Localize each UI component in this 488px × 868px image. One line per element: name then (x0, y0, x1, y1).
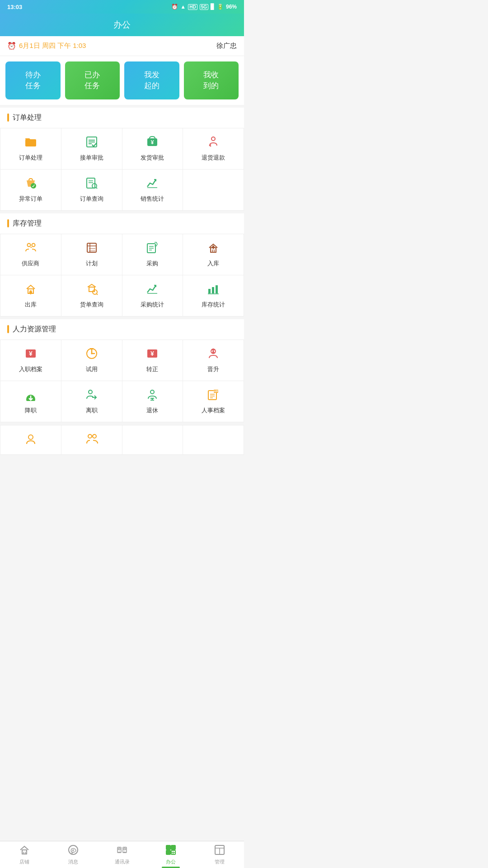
svg-text:✓: ✓ (32, 184, 35, 189)
regularization-icon: ¥ (146, 347, 159, 362)
order-empty (183, 170, 244, 211)
date-info: ⏰ 6月1日 周四 下午 1:03 (7, 42, 86, 50)
order-processing[interactable]: 订单处理 (0, 128, 61, 170)
plan-label: 计划 (86, 259, 98, 268)
plan[interactable]: 计划 (61, 234, 122, 275)
svg-rect-46 (90, 348, 94, 349)
signal-icon: ▊ (211, 4, 215, 10)
search-doc-icon (85, 177, 98, 191)
svg-point-16 (27, 243, 30, 246)
promotion[interactable]: 晋升 (183, 340, 244, 381)
hr-file-icon: HR (207, 388, 220, 403)
battery-icon: 🔋 (217, 4, 224, 10)
out-stock[interactable]: 出库 (0, 275, 61, 316)
pending-tasks-button[interactable]: 待办 任务 (5, 61, 61, 99)
battery-pct: 96% (226, 4, 237, 10)
status-icons: ⏰ ▲ HD 5G ▊ 🔋 96% (171, 4, 237, 10)
onboarding-file-label: 入职档案 (19, 365, 42, 373)
purchase-stats-label: 采购统计 (141, 301, 164, 309)
hr-section-title: 人力资源管理 (13, 325, 56, 334)
hr-extra-icon-2 (85, 433, 98, 447)
page-header: 办公 (0, 14, 244, 36)
received-tasks-button[interactable]: 我收 到的 (184, 61, 239, 99)
demotion-icon (24, 388, 37, 403)
order-grid: 订单处理 接单审批 ¥ 发货审批 (0, 128, 244, 211)
hr-extra-icon-1 (24, 433, 37, 447)
supplier-label: 供应商 (22, 259, 39, 268)
probation[interactable]: 试用 (61, 340, 122, 381)
5g-icon: 5G (200, 4, 208, 10)
goods-query-icon (85, 283, 98, 297)
sales-stats[interactable]: 销售统计 (122, 170, 183, 211)
svg-text:¥: ¥ (29, 350, 33, 357)
done-tasks-button[interactable]: 已办 任务 (65, 61, 120, 99)
hr-extra-grid (0, 425, 244, 455)
order-approval[interactable]: 接单审批 (61, 128, 122, 170)
svg-point-17 (32, 243, 35, 246)
promotion-label: 晋升 (207, 365, 219, 373)
order-query[interactable]: 订单查询 (61, 170, 122, 211)
hr-section-header: 人力资源管理 (0, 319, 244, 340)
purchase-stats[interactable]: 采购统计 (122, 275, 183, 316)
section-bar-3 (7, 325, 9, 333)
hr-extra-2[interactable] (61, 425, 122, 455)
inventory-grid: 供应商 计划 (0, 234, 244, 316)
inventory-section-header: 库存管理 (0, 213, 244, 234)
shipping-approval-label: 发货审批 (141, 154, 164, 162)
order-section-header: 订单处理 (0, 108, 244, 128)
regularization[interactable]: ¥ 转正 (122, 340, 183, 381)
svg-point-55 (150, 390, 154, 394)
outstock-icon (24, 283, 37, 297)
date-text: 6月1日 周四 下午 1:03 (19, 42, 86, 50)
resignation[interactable]: 离职 (61, 381, 122, 422)
promotion-icon (207, 347, 220, 362)
svg-point-65 (28, 435, 33, 439)
instock-icon (207, 241, 220, 256)
page-title: 办公 (113, 19, 131, 31)
svg-point-45 (91, 353, 92, 354)
regularization-label: 转正 (146, 365, 158, 373)
initiated-tasks-button[interactable]: 我发 起的 (124, 61, 179, 99)
retirement-icon (146, 388, 159, 403)
order-section-title: 订单处理 (13, 113, 42, 123)
in-stock-label: 入库 (207, 259, 219, 268)
purchase-stats-icon (146, 283, 159, 297)
status-bar: 13:03 ⏰ ▲ HD 5G ▊ 🔋 96% (0, 0, 244, 14)
in-stock[interactable]: 入库 (183, 234, 244, 275)
svg-line-14 (96, 188, 97, 189)
abnormal-order-label: 异常订单 (19, 195, 42, 203)
inventory-stats[interactable]: 库存统计 (183, 275, 244, 316)
section-bar-2 (7, 219, 9, 227)
demotion[interactable]: 降职 (0, 381, 61, 422)
abnormal-order[interactable]: ✓ 异常订单 (0, 170, 61, 211)
wifi-icon: ▲ (180, 4, 186, 10)
status-time: 13:03 (7, 4, 22, 10)
return-refund-label: 退货退款 (202, 154, 225, 162)
shipping-approval[interactable]: ¥ 发货审批 (122, 128, 183, 170)
svg-point-66 (88, 434, 92, 438)
purchase[interactable]: 采购 (122, 234, 183, 275)
purchase-icon (146, 241, 159, 256)
resignation-icon (85, 388, 98, 403)
out-stock-label: 出库 (25, 301, 37, 309)
svg-point-53 (89, 390, 92, 394)
hd-icon: HD (188, 4, 197, 10)
personnel-file-label: 人事档案 (202, 406, 225, 415)
person-return-icon (207, 136, 220, 150)
supplier[interactable]: 供应商 (0, 234, 61, 275)
hr-grid: ¥ 入职档案 试用 ¥ 转正 (0, 340, 244, 422)
retirement[interactable]: 退休 (122, 381, 183, 422)
svg-text:¥: ¥ (150, 350, 154, 357)
bag-alert-icon: ✓ (24, 177, 37, 191)
inventory-stats-icon (207, 283, 220, 297)
goods-query[interactable]: 货单查询 (61, 275, 122, 316)
return-refund[interactable]: 退货退款 (183, 128, 244, 170)
order-approval-label: 接单审批 (80, 154, 103, 162)
checklist-icon (85, 136, 98, 150)
folder-icon (24, 136, 37, 150)
hr-extra-1[interactable] (0, 425, 61, 455)
hr-extra-4 (183, 425, 244, 455)
onboarding-file[interactable]: ¥ 入职档案 (0, 340, 61, 381)
date-row: ⏰ 6月1日 周四 下午 1:03 徐广忠 (0, 36, 244, 56)
personnel-file[interactable]: HR 人事档案 (183, 381, 244, 422)
